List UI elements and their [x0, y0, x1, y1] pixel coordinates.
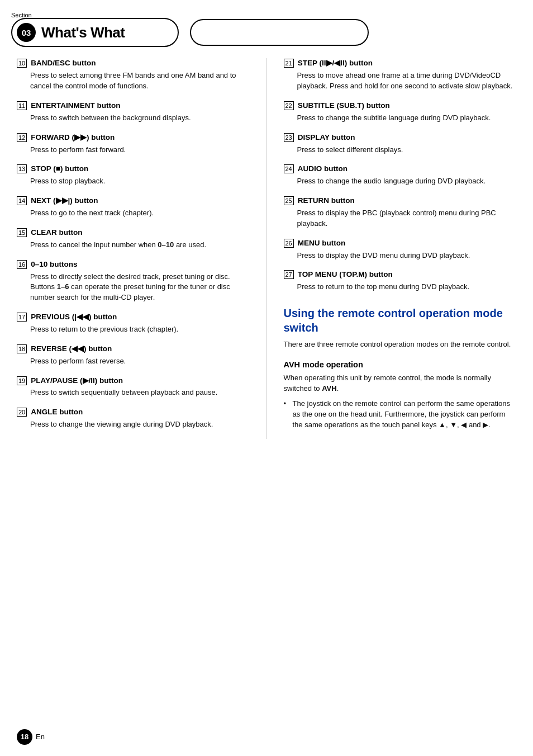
entry-body: Press to go to the next track (chapter).	[30, 208, 250, 219]
entry-body: Press to select among three FM bands and…	[30, 70, 250, 92]
entry-number: 23	[284, 133, 294, 142]
entry-title-text: REVERSE (◀◀) button	[31, 344, 112, 355]
entry-title: 15CLEAR button	[17, 228, 250, 238]
entry-title: 17PREVIOUS (|◀◀) button	[17, 312, 250, 323]
entry-title: 14NEXT (▶▶|) button	[17, 196, 250, 206]
entry-body: Press to display the DVD menu during DVD…	[297, 251, 517, 261]
entry-title: 10BAND/ESC button	[17, 58, 250, 69]
entry-body: Press to perform fast reverse.	[30, 356, 250, 367]
entry-number: 16	[17, 260, 27, 269]
entry-body: Press to perform fast forward.	[30, 145, 250, 155]
entry-number: 22	[284, 101, 294, 110]
entry-body: Press to select different displays.	[297, 145, 517, 155]
entry-body: Press to switch between the background d…	[30, 113, 250, 124]
entry-title: 19PLAY/PAUSE (▶/II) button	[17, 376, 250, 386]
entry-number: 12	[17, 133, 27, 142]
entry-body: Press to stop playback.	[30, 176, 250, 187]
entry-title: 11ENTERTAINMENT button	[17, 101, 250, 111]
entry-item: 15CLEAR buttonPress to cancel the input …	[17, 228, 250, 251]
language-label: En	[36, 732, 45, 742]
entry-title: 22SUBTITLE (SUB.T) button	[284, 101, 517, 111]
entry-title-text: PLAY/PAUSE (▶/II) button	[31, 376, 123, 386]
entry-body: Press to directly select the desired tra…	[30, 272, 250, 304]
entry-number: 13	[17, 164, 27, 173]
entry-item: 27TOP MENU (TOP.M) buttonPress to return…	[284, 270, 517, 292]
entry-number: 15	[17, 228, 27, 237]
entry-item: 21STEP (II▶/◀II) buttonPress to move ahe…	[284, 58, 517, 92]
entry-number: 20	[17, 408, 27, 417]
entry-title-text: 0–10 buttons	[31, 259, 77, 270]
entry-body: Press to cancel the input number when 0–…	[30, 240, 250, 251]
entry-title-text: CLEAR button	[31, 228, 82, 238]
entry-body: Press to switch sequentially between pla…	[30, 388, 250, 398]
header-right-decoration	[190, 19, 369, 46]
entry-title-text: STEP (II▶/◀II) button	[298, 58, 373, 69]
footer: 18 En	[17, 729, 45, 745]
entry-item: 160–10 buttonsPress to directly select t…	[17, 259, 250, 303]
section-number: 03	[17, 23, 36, 42]
entry-title: 26MENU button	[284, 238, 517, 249]
entry-title-text: TOP MENU (TOP.M) button	[298, 270, 393, 280]
entry-title-text: DISPLAY button	[298, 133, 355, 143]
entry-title-text: STOP (■) button	[31, 164, 88, 174]
entry-number: 25	[284, 196, 294, 205]
entry-item: 19PLAY/PAUSE (▶/II) buttonPress to switc…	[17, 376, 250, 399]
entry-title: 12FORWARD (▶▶) button	[17, 133, 250, 143]
entry-item: 26MENU buttonPress to display the DVD me…	[284, 238, 517, 261]
entry-title: 23DISPLAY button	[284, 133, 517, 143]
entry-title: 13STOP (■) button	[17, 164, 250, 174]
entry-number: 14	[17, 196, 27, 205]
entry-title: 20ANGLE button	[17, 407, 250, 418]
entry-title: 21STEP (II▶/◀II) button	[284, 58, 517, 69]
remote-section-heading: Using the remote control operation mode …	[284, 306, 517, 335]
remote-intro: There are three remote control operation…	[284, 339, 517, 350]
entry-item: 23DISPLAY buttonPress to select differen…	[284, 133, 517, 155]
page-title: What's What	[41, 22, 125, 42]
entry-body: Press to display the PBC (playback contr…	[297, 208, 517, 229]
entry-number: 27	[284, 270, 294, 279]
section-label: Section	[11, 11, 32, 20]
entry-body: Press to change the viewing angle during…	[30, 419, 250, 430]
entry-body: Press to move ahead one frame at a time …	[297, 70, 517, 92]
entry-title-text: NEXT (▶▶|) button	[31, 196, 98, 206]
entry-item: 10BAND/ESC buttonPress to select among t…	[17, 58, 250, 92]
entry-title-text: BAND/ESC button	[31, 58, 96, 69]
header: Section 03 What's What	[0, 0, 533, 53]
entry-title: 160–10 buttons	[17, 259, 250, 270]
entry-title-text: ANGLE button	[31, 407, 83, 418]
entry-number: 24	[284, 164, 294, 173]
entry-number: 26	[284, 239, 294, 248]
page: Section 03 What's What 10BAND/ESC button…	[0, 0, 533, 756]
entry-body: Press to change the audio language durin…	[297, 176, 517, 187]
avh-intro: When operating this unit by remote contr…	[284, 373, 517, 394]
entry-number: 17	[17, 313, 27, 322]
entry-title-text: FORWARD (▶▶) button	[31, 133, 115, 143]
page-number: 18	[17, 729, 32, 745]
entry-item: 12FORWARD (▶▶) buttonPress to perform fa…	[17, 133, 250, 155]
entry-number: 18	[17, 344, 27, 353]
entry-title: 24AUDIO button	[284, 164, 517, 174]
entry-item: 18REVERSE (◀◀) buttonPress to perform fa…	[17, 344, 250, 367]
entry-item: 11ENTERTAINMENT buttonPress to switch be…	[17, 101, 250, 124]
entry-item: 24AUDIO buttonPress to change the audio …	[284, 164, 517, 187]
entry-title: 25RETURN button	[284, 196, 517, 206]
entry-title: 27TOP MENU (TOP.M) button	[284, 270, 517, 280]
entry-title: 18REVERSE (◀◀) button	[17, 344, 250, 355]
left-column: 10BAND/ESC buttonPress to select among t…	[17, 58, 267, 439]
entry-number: 11	[17, 101, 27, 110]
entry-title-text: PREVIOUS (|◀◀) button	[31, 312, 117, 323]
entry-body: Press to change the subtitle language du…	[297, 113, 517, 124]
entry-item: 14NEXT (▶▶|) buttonPress to go to the ne…	[17, 196, 250, 219]
right-column: 21STEP (II▶/◀II) buttonPress to move ahe…	[267, 58, 517, 439]
main-content: 10BAND/ESC buttonPress to select among t…	[0, 53, 533, 450]
entry-title-text: AUDIO button	[298, 164, 348, 174]
entry-item: 20ANGLE buttonPress to change the viewin…	[17, 407, 250, 430]
entry-item: 17PREVIOUS (|◀◀) buttonPress to return t…	[17, 312, 250, 335]
entry-body: Press to return to the previous track (c…	[30, 324, 250, 335]
entry-number: 19	[17, 376, 27, 385]
avh-bullet: The joystick on the remote control can p…	[284, 399, 517, 431]
entry-body: Press to return to the top menu during D…	[297, 282, 517, 292]
entry-number: 21	[284, 59, 294, 68]
entry-title-text: MENU button	[298, 238, 345, 249]
title-pill: 03 What's What	[11, 18, 179, 47]
